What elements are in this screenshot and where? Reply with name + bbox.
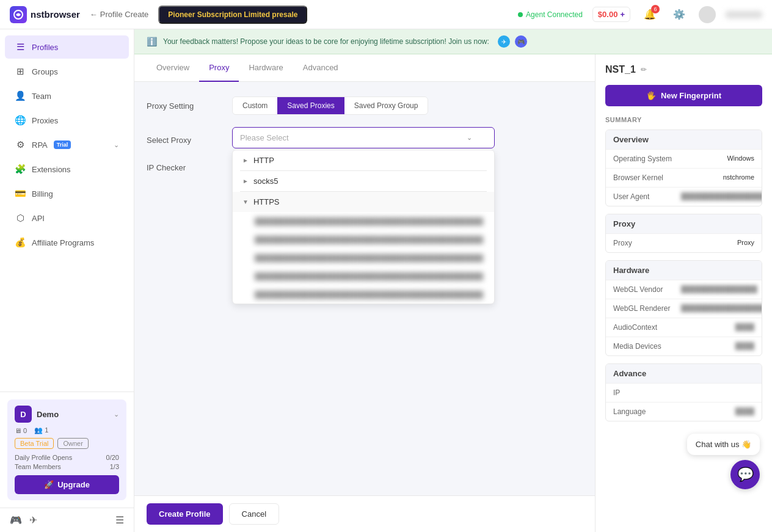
workspace-avatar: D xyxy=(15,406,32,423)
daily-opens-row: Daily Profile Opens 0/20 xyxy=(15,454,119,461)
workspace-card: D Demo ⌄ 🖥 0 👥 1 Beta Trial Owner Daily … xyxy=(7,399,126,500)
upgrade-button[interactable]: 🚀 Upgrade xyxy=(15,475,119,494)
os-key: Operating System xyxy=(613,155,672,163)
tab-advanced[interactable]: Advanced xyxy=(293,54,348,82)
os-value: Windows xyxy=(727,155,754,162)
create-profile-button[interactable]: Create Profile xyxy=(147,503,223,525)
sidebar-bottom-bar: 🎮 ✈ ☰ xyxy=(0,508,134,532)
summary-row-ua: User Agent ███████████████████ xyxy=(606,187,762,206)
dropdown-https-item-1[interactable]: ████████████████████████████████████████… xyxy=(233,212,494,230)
telegram-social-icon[interactable]: ✈ xyxy=(498,35,510,48)
sidebar-item-billing[interactable]: 💳 Billing xyxy=(5,182,129,205)
sidebar-item-rpa[interactable]: ⚙ RPA Trial ⌄ xyxy=(5,133,129,156)
sidebar-item-proxies[interactable]: 🌐 Proxies xyxy=(5,109,129,132)
proxy-setting-row: Proxy Setting Custom Saved Proxies Saved… xyxy=(147,97,583,115)
proxy-select-chevron-icon: ⌄ xyxy=(467,134,472,142)
ua-key: User Agent xyxy=(613,192,649,201)
edit-profile-name-icon[interactable]: ✏ xyxy=(641,65,647,74)
balance-plus-btn[interactable]: + xyxy=(620,10,625,19)
ua-value: ███████████████████ xyxy=(681,192,754,200)
sidebar-label-team: Team xyxy=(32,92,51,101)
discord-social-icon[interactable]: 🎮 xyxy=(515,35,527,48)
summary-section-advanced: Advance IP Language ████ xyxy=(605,363,762,421)
dropdown-https-item-4[interactable]: ████████████████████████████████████████… xyxy=(233,267,494,285)
sidebar-label-profiles: Profiles xyxy=(32,43,58,52)
proxy-section-header: Proxy xyxy=(606,214,762,233)
kernel-key: Browser Kernel xyxy=(613,173,663,182)
sidebar-label-extensions: Extensions xyxy=(32,165,71,174)
rpa-icon: ⚙ xyxy=(15,139,26,150)
profile-name-row: NST_1 ✏ xyxy=(605,64,762,75)
discord-icon[interactable]: 🎮 xyxy=(10,514,22,526)
nav-title: Profile Create xyxy=(100,10,148,19)
owner-badge: Owner xyxy=(57,438,88,449)
dropdown-group-https[interactable]: ▼ HTTPS xyxy=(233,192,494,212)
proxy-tab-saved-group[interactable]: Saved Proxy Group xyxy=(344,97,428,114)
upgrade-label: Upgrade xyxy=(57,480,90,489)
sidebar-item-extensions[interactable]: 🧩 Extensions xyxy=(5,158,129,181)
dropdown-https-item-5[interactable]: ████████████████████████████████████████… xyxy=(233,285,494,304)
main-content: ℹ️ Your feedback matters! Propose your i… xyxy=(134,29,772,532)
webgl-vendor-value: ████████████████ xyxy=(681,285,754,293)
settings-btn[interactable]: ⚙️ xyxy=(669,5,689,24)
dropdown-group-socks5-label: socks5 xyxy=(253,177,278,186)
avatar[interactable] xyxy=(699,6,716,23)
notification-btn[interactable]: 🔔 6 xyxy=(640,5,660,24)
dropdown-group-socks5[interactable]: ► socks5 xyxy=(233,171,494,191)
https-chevron-icon: ▼ xyxy=(242,199,249,205)
rpa-trial-badge: Trial xyxy=(54,140,71,149)
hardware-header: Hardware xyxy=(606,261,762,280)
sidebar-item-team[interactable]: 👤 Team xyxy=(5,84,129,107)
sidebar-item-api[interactable]: ⬡ API xyxy=(5,206,129,230)
info-icon: ℹ️ xyxy=(147,37,157,46)
tab-overview[interactable]: Overview xyxy=(147,54,199,82)
tab-hardware[interactable]: Hardware xyxy=(239,54,293,82)
summary-row-webgl-vendor: WebGL Vendor ████████████████ xyxy=(606,280,762,299)
filter-icon[interactable]: ☰ xyxy=(115,514,124,526)
sidebar-item-affiliate[interactable]: 💰 Affiliate Programs xyxy=(5,231,129,254)
affiliate-icon: 💰 xyxy=(15,237,26,248)
workspace-monitor-icon: 🖥 0 xyxy=(15,427,27,434)
logo-text: nstbrowser xyxy=(31,9,80,20)
proxy-tab-custom[interactable]: Custom xyxy=(233,97,277,114)
overview-header: Overview xyxy=(606,130,762,149)
kernel-value: nstchrome xyxy=(723,173,754,181)
chat-button[interactable]: 💬 xyxy=(730,460,760,489)
proxy-select-wrapper: Please Select ⌄ ► HTTP xyxy=(232,127,495,148)
dropdown-https-item-2[interactable]: ████████████████████████████████████████… xyxy=(233,230,494,249)
proxy-select-placeholder: Please Select xyxy=(240,133,289,142)
workspace-member-icon: 👥 1 xyxy=(34,426,48,434)
proxy-tab-saved-proxies[interactable]: Saved Proxies xyxy=(277,97,344,114)
proxy-setting-label: Proxy Setting xyxy=(147,97,220,111)
summary-row-audiocontext: AudioContext ████ xyxy=(606,318,762,337)
nav-back-btn[interactable]: ← Profile Create xyxy=(90,10,148,19)
cancel-button[interactable]: Cancel xyxy=(229,503,279,525)
dropdown-group-http[interactable]: ► HTTP xyxy=(233,150,494,170)
social-links: ✈ 🎮 xyxy=(498,35,527,48)
billing-icon: 💳 xyxy=(15,188,26,199)
profile-name: NST_1 xyxy=(605,64,636,75)
telegram-icon[interactable]: ✈ xyxy=(29,514,37,526)
proxies-icon: 🌐 xyxy=(15,115,26,126)
dropdown-group-https-label: HTTPS xyxy=(253,197,280,206)
workspace-chevron-icon[interactable]: ⌄ xyxy=(114,410,119,418)
webgl-vendor-key: WebGL Vendor xyxy=(613,285,663,294)
api-icon: ⬡ xyxy=(15,213,26,224)
new-fingerprint-button[interactable]: 🖐 New Fingerprint xyxy=(605,85,762,106)
summary-section-hardware: Hardware WebGL Vendor ████████████████ W… xyxy=(605,260,762,356)
balance-value: $0.00 xyxy=(598,10,618,19)
language-key: Language xyxy=(613,407,646,416)
dropdown-https-item-3[interactable]: ████████████████████████████████████████… xyxy=(233,249,494,267)
sidebar-item-profiles[interactable]: ☰ Profiles xyxy=(5,35,129,59)
proxy-select[interactable]: Please Select ⌄ xyxy=(232,127,495,148)
tab-proxy[interactable]: Proxy xyxy=(199,54,239,82)
banner-text: Your feedback matters! Propose your idea… xyxy=(163,37,489,46)
promo-button[interactable]: Pioneer Subscription Limited presale xyxy=(158,5,307,24)
notification-badge: 6 xyxy=(651,5,660,13)
sidebar: ☰ Profiles ⊞ Groups 👤 Team 🌐 Proxies ⚙ R… xyxy=(0,29,134,532)
summary-section-proxy: Proxy Proxy Proxy xyxy=(605,214,762,253)
summary-row-proxy: Proxy Proxy xyxy=(606,233,762,252)
team-members-row: Team Members 1/3 xyxy=(15,463,119,470)
sidebar-item-groups[interactable]: ⊞ Groups xyxy=(5,60,129,83)
dropdown-group-http-label: HTTP xyxy=(253,156,274,165)
